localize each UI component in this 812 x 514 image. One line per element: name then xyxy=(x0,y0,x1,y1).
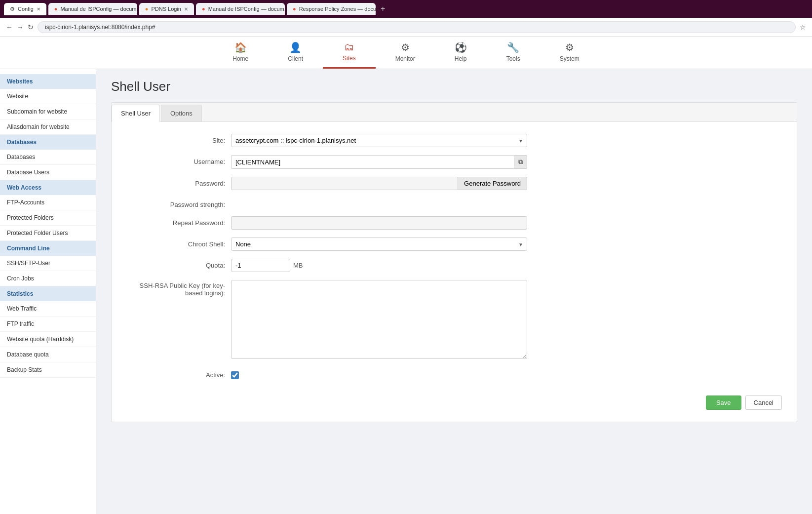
tab-label-manual1: Manual de ISPConfig — docum... xyxy=(60,6,137,12)
quota-control: MB xyxy=(231,259,527,272)
chroot-shell-control: None /bin/bash /bin/sh /usr/bin/rssh ▼ xyxy=(231,237,527,251)
save-button[interactable]: Save xyxy=(706,395,741,410)
username-row: Username: ⧉ xyxy=(126,155,782,169)
nav-sites[interactable]: 🗂 Sites xyxy=(323,37,376,69)
quota-input[interactable] xyxy=(231,259,290,272)
repeat-password-input[interactable] xyxy=(231,216,527,230)
site-label: Site: xyxy=(126,134,225,144)
tab-favicon-pdns: ● xyxy=(145,6,149,12)
sidebar-item-subdomain[interactable]: Subdomain for website xyxy=(0,104,96,119)
password-input[interactable] xyxy=(231,177,458,190)
active-control xyxy=(231,368,527,381)
nav-tools[interactable]: 🔧 Tools xyxy=(487,37,540,69)
tab-manual1[interactable]: ● Manual de ISPConfig — docum... ✕ xyxy=(48,3,137,15)
panel-tab-bar: Shell User Options xyxy=(112,103,797,122)
active-row: Active: xyxy=(126,368,782,381)
tab-options[interactable]: Options xyxy=(161,105,202,121)
sidebar-item-databases[interactable]: Databases xyxy=(0,150,96,165)
tab-pdns[interactable]: ● PDNS Login ✕ xyxy=(139,3,194,15)
generate-password-button[interactable]: Generate Password xyxy=(458,177,527,190)
sidebar: Websites Website Subdomain for website A… xyxy=(0,69,96,514)
sidebar-header-websites: Websites xyxy=(0,74,96,89)
sidebar-item-protected-folder-users[interactable]: Protected Folder Users xyxy=(0,226,96,241)
site-row: Site: assetcrypt.com :: ispc-cirion-1.pl… xyxy=(126,134,782,147)
main-navigation: 🏠 Home 👤 Client 🗂 Sites ⚙ Monitor ⚽ Help… xyxy=(0,37,812,69)
back-button[interactable]: ← xyxy=(6,23,13,31)
system-icon: ⚙ xyxy=(565,41,574,53)
main-content: Shell User Shell User Options Site: asse… xyxy=(96,69,812,514)
ssh-rsa-control xyxy=(231,280,527,360)
nav-home[interactable]: 🏠 Home xyxy=(213,37,268,69)
tab-rpz[interactable]: ● Response Policy Zones — docu... ✕ xyxy=(287,3,376,15)
main-panel: Shell User Options Site: assetcrypt.com … xyxy=(111,102,797,422)
ssh-rsa-textarea[interactable] xyxy=(231,280,527,359)
quota-label: Quota: xyxy=(126,259,225,269)
ssh-rsa-row: SSH-RSA Public Key (for key-based logins… xyxy=(126,280,782,360)
tab-favicon-manual2: ● xyxy=(202,6,205,12)
username-input[interactable] xyxy=(231,155,514,169)
tab-label-rpz: Response Policy Zones — docu... xyxy=(299,6,376,12)
password-label: Password: xyxy=(126,177,225,187)
quota-unit: MB xyxy=(293,262,303,269)
repeat-password-control xyxy=(231,216,527,230)
cancel-button[interactable]: Cancel xyxy=(745,395,782,410)
tab-config[interactable]: ⚙ Config ✕ xyxy=(4,3,46,15)
browser-chrome: ⚙ Config ✕ ● Manual de ISPConfig — docum… xyxy=(0,0,812,37)
nav-client-label: Client xyxy=(288,55,303,62)
tab-close-config[interactable]: ✕ xyxy=(37,6,40,12)
repeat-password-label: Repeat Password: xyxy=(126,216,225,227)
sidebar-item-backup-stats[interactable]: Backup Stats xyxy=(0,362,96,378)
tab-bar: ⚙ Config ✕ ● Manual de ISPConfig — docum… xyxy=(0,0,812,18)
username-input-group: ⧉ xyxy=(231,155,527,169)
tab-label-config: Config xyxy=(18,6,34,12)
active-checkbox[interactable] xyxy=(231,371,239,379)
sidebar-item-website[interactable]: Website xyxy=(0,89,96,104)
new-tab-button[interactable]: + xyxy=(378,4,388,13)
nav-client[interactable]: 👤 Client xyxy=(268,37,323,69)
help-icon: ⚽ xyxy=(455,41,467,53)
site-select[interactable]: assetcrypt.com :: ispc-cirion-1.planisys… xyxy=(231,134,527,147)
nav-help[interactable]: ⚽ Help xyxy=(435,37,487,69)
nav-monitor[interactable]: ⚙ Monitor xyxy=(376,37,435,69)
sidebar-item-ftp-traffic[interactable]: FTP traffic xyxy=(0,316,96,332)
quota-input-group: MB xyxy=(231,259,527,272)
tab-close-pdns[interactable]: ✕ xyxy=(184,6,188,12)
nav-system[interactable]: ⚙ System xyxy=(540,37,599,69)
address-input[interactable] xyxy=(38,21,796,33)
nav-monitor-label: Monitor xyxy=(395,55,415,62)
reload-button[interactable]: ↻ xyxy=(28,23,34,31)
bookmark-button[interactable]: ☆ xyxy=(800,23,806,31)
content-area: Websites Website Subdomain for website A… xyxy=(0,69,812,514)
panel-body: Site: assetcrypt.com :: ispc-cirion-1.pl… xyxy=(112,122,797,422)
tab-favicon-rpz: ● xyxy=(293,6,296,12)
site-control: assetcrypt.com :: ispc-cirion-1.planisys… xyxy=(231,134,527,147)
sidebar-item-website-quota[interactable]: Website quota (Harddisk) xyxy=(0,332,96,347)
chroot-shell-select[interactable]: None /bin/bash /bin/sh /usr/bin/rssh xyxy=(231,237,527,251)
client-icon: 👤 xyxy=(289,41,302,53)
nav-home-label: Home xyxy=(232,55,248,62)
form-actions: Save Cancel xyxy=(126,391,782,410)
copy-username-button[interactable]: ⧉ xyxy=(514,155,527,169)
sidebar-item-protected-folders[interactable]: Protected Folders xyxy=(0,210,96,226)
sidebar-item-cron-jobs[interactable]: Cron Jobs xyxy=(0,271,96,286)
site-select-wrapper: assetcrypt.com :: ispc-cirion-1.planisys… xyxy=(231,134,527,147)
chroot-shell-row: Chroot Shell: None /bin/bash /bin/sh /us… xyxy=(126,237,782,251)
tab-shell-user[interactable]: Shell User xyxy=(112,105,160,122)
sidebar-item-database-users[interactable]: Database Users xyxy=(0,165,96,180)
nav-tools-label: Tools xyxy=(506,55,520,62)
sidebar-item-aliasdomain[interactable]: Aliasdomain for website xyxy=(0,119,96,135)
password-input-group: Generate Password xyxy=(231,177,527,190)
nav-sites-label: Sites xyxy=(343,55,356,62)
monitor-icon: ⚙ xyxy=(401,41,410,53)
password-strength-row: Password strength: xyxy=(126,198,782,208)
sidebar-item-ftp-accounts[interactable]: FTP-Accounts xyxy=(0,195,96,210)
nav-system-label: System xyxy=(560,55,580,62)
tab-favicon-config: ⚙ xyxy=(10,6,15,12)
sidebar-item-ssh-sftp-user[interactable]: SSH/SFTP-User xyxy=(0,256,96,271)
sidebar-item-database-quota[interactable]: Database quota xyxy=(0,347,96,362)
quota-row: Quota: MB xyxy=(126,259,782,272)
sidebar-item-web-traffic[interactable]: Web Traffic xyxy=(0,301,96,316)
tab-manual2[interactable]: ● Manual de ISPConfig — docum... ✕ xyxy=(196,3,285,15)
forward-button[interactable]: → xyxy=(17,23,24,31)
ssh-rsa-label: SSH-RSA Public Key (for key-based logins… xyxy=(126,280,225,297)
